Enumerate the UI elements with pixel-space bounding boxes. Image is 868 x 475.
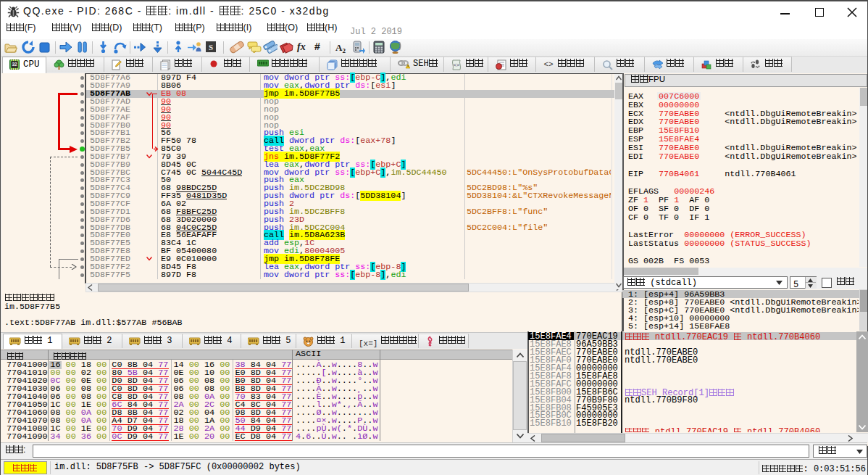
svg-text:<>: <>: [543, 60, 553, 68]
svg-text:<>: <>: [454, 62, 459, 68]
svg-text:S: S: [209, 43, 213, 51]
svg-text:32: 32: [12, 62, 17, 67]
